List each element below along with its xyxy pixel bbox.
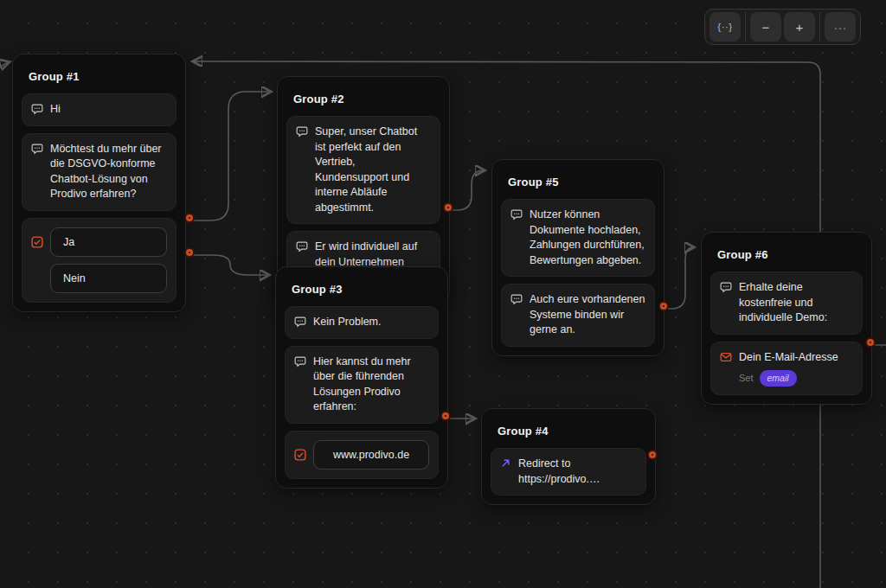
set-label: Set [739, 372, 754, 385]
group-title: Group #5 [501, 169, 655, 199]
more-options-button[interactable]: ··· [825, 12, 856, 42]
variable-badge-email[interactable]: email [760, 370, 797, 387]
zoom-in-button[interactable]: + [784, 12, 815, 42]
choice-button-ja[interactable]: Ja [50, 227, 167, 257]
node-group-1[interactable]: Group #1 Hi Möchtest du mehr über die DS… [12, 54, 186, 312]
choice-button-website[interactable]: www.prodivo.de [313, 440, 429, 470]
node-group-3[interactable]: Group #3 Kein Problem. Hier kannst du me… [275, 266, 448, 489]
redirect-block[interactable]: Redirect to https://prodivo.… [491, 448, 646, 495]
handle-group4-out[interactable] [649, 451, 656, 458]
redirect-arrow-icon [500, 457, 511, 469]
chat-bubble-icon [294, 316, 306, 328]
group-title: Group #6 [710, 241, 863, 272]
variables-button[interactable]: {··} [709, 12, 741, 42]
chat-bubble-icon [510, 293, 523, 305]
handle-group6-email-out[interactable] [867, 339, 874, 346]
group-title: Group #3 [285, 276, 439, 306]
bubble-text: Super, unser Chatbot ist perfekt auf den… [315, 125, 431, 215]
handle-group5-out[interactable] [660, 303, 667, 310]
bubble-text: Nutzer können Dokumente hochladen, Zahlu… [530, 208, 645, 268]
email-input-block[interactable]: Dein E-Mail-Adresse Set email [710, 342, 863, 395]
handle-group3-out[interactable] [442, 412, 449, 419]
choice-input-block[interactable]: www.prodivo.de [285, 431, 439, 479]
chat-bubble-icon [296, 240, 308, 252]
handle-group1-ja[interactable] [186, 214, 193, 221]
email-input-label: Dein E-Mail-Adresse [739, 350, 853, 366]
group-title: Group #1 [22, 63, 177, 93]
text-bubble-block[interactable]: Kein Problem. [285, 306, 439, 339]
bubble-text: Auch eure vorhandenen Systeme binden wir… [530, 292, 645, 338]
chat-bubble-icon [720, 281, 732, 293]
redirect-text: Redirect to https://prodivo.… [518, 457, 637, 487]
edge-nein-to-group3[interactable] [193, 255, 268, 275]
text-bubble-block[interactable]: Nutzer können Dokumente hochladen, Zahlu… [501, 199, 655, 277]
email-envelope-icon [720, 351, 732, 363]
edge-group2-to-group5[interactable] [453, 170, 484, 210]
choice-checkbox-icon [294, 449, 306, 461]
group-title: Group #4 [491, 418, 646, 448]
bubble-text: Hier kannst du mehr über die führenden L… [313, 355, 429, 415]
node-group-5[interactable]: Group #5 Nutzer können Dokumente hochlad… [491, 159, 664, 356]
chat-bubble-icon [510, 208, 523, 220]
node-group-6[interactable]: Group #6 Erhalte deine kostenfreie und i… [701, 232, 872, 405]
bubble-text: Möchtest du mehr über die DSGVO-konforme… [50, 142, 167, 202]
chat-bubble-icon [31, 103, 43, 115]
canvas-toolbar: {··} − + ··· [704, 9, 861, 45]
text-bubble-block[interactable]: Möchtest du mehr über die DSGVO-konforme… [22, 133, 177, 211]
choice-button-nein[interactable]: Nein [50, 264, 167, 293]
bubble-text: Kein Problem. [313, 315, 382, 330]
flow-canvas[interactable]: Group #1 Hi Möchtest du mehr über die DS… [0, 0, 886, 588]
chat-bubble-icon [294, 355, 306, 368]
chat-bubble-icon [31, 143, 43, 155]
choice-input-block[interactable]: Ja Nein [22, 218, 177, 303]
handle-group1-nein[interactable] [186, 249, 193, 256]
group-title: Group #2 [286, 86, 440, 116]
edge-group5-to-group6[interactable] [668, 247, 693, 309]
handle-group2-out[interactable] [445, 204, 452, 211]
bubble-text: Hi [50, 102, 61, 118]
edge-incoming-left[interactable] [0, 62, 9, 72]
zoom-out-button[interactable]: − [750, 12, 781, 42]
bubble-text: Erhalte deine kostenfreie und individuel… [739, 280, 853, 326]
text-bubble-block[interactable]: Super, unser Chatbot ist perfekt auf den… [286, 116, 440, 224]
chat-bubble-icon [296, 125, 308, 137]
text-bubble-block[interactable]: Auch eure vorhandenen Systeme binden wir… [501, 284, 655, 347]
text-bubble-block[interactable]: Hi [22, 93, 177, 126]
node-group-4[interactable]: Group #4 Redirect to https://prodivo.… [481, 408, 656, 505]
edge-ja-to-group2[interactable] [193, 92, 270, 220]
text-bubble-block[interactable]: Hier kannst du mehr über die führenden L… [285, 346, 439, 424]
text-bubble-block[interactable]: Erhalte deine kostenfreie und individuel… [710, 272, 863, 335]
choice-checkbox-icon [31, 236, 43, 248]
